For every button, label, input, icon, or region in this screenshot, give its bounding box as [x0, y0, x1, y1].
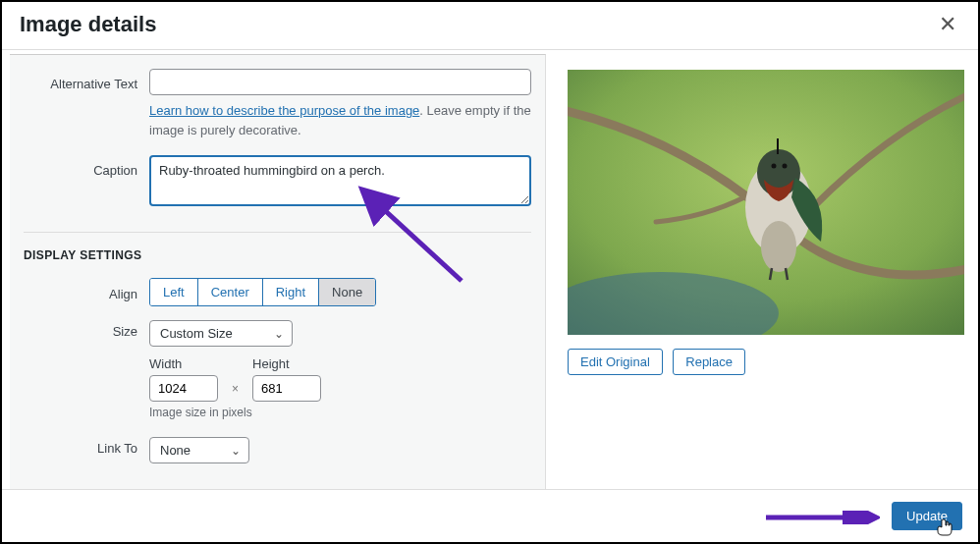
align-row: Align LeftCenterRightNone: [24, 278, 531, 306]
wh-separator: ×: [232, 382, 239, 402]
size-select-value: Custom Size: [160, 326, 233, 341]
caption-row: Caption: [24, 155, 531, 210]
align-option-center[interactable]: Center: [198, 279, 263, 305]
modal-body: Alternative Text Learn how to describe t…: [2, 50, 978, 489]
modal-footer: Update: [2, 489, 978, 542]
update-button[interactable]: Update: [892, 502, 962, 530]
edit-original-button[interactable]: Edit Original: [568, 349, 663, 375]
alt-text-row: Alternative Text Learn how to describe t…: [24, 69, 531, 139]
linkto-row: Link To None ⌄: [24, 437, 531, 463]
alt-text-label: Alternative Text: [24, 69, 149, 139]
hummingbird-image: [568, 70, 964, 335]
svg-point-5: [772, 164, 777, 169]
linkto-label: Link To: [24, 437, 149, 463]
align-option-none[interactable]: None: [319, 279, 375, 305]
image-preview: [568, 70, 964, 335]
settings-column: Alternative Text Learn how to describe t…: [10, 54, 546, 489]
caption-input[interactable]: [149, 155, 531, 206]
align-option-right[interactable]: Right: [263, 279, 319, 305]
modal-title: Image details: [20, 12, 156, 37]
size-label: Size: [24, 320, 149, 347]
caption-label: Caption: [24, 155, 149, 210]
size-select[interactable]: Custom Size ⌄: [149, 320, 293, 347]
replace-button[interactable]: Replace: [673, 349, 745, 375]
preview-column: Edit Original Replace: [546, 50, 978, 489]
image-details-modal: Image details ✕ Alternative Text Learn h…: [0, 0, 980, 544]
width-input[interactable]: [149, 375, 218, 402]
alt-text-help: Learn how to describe the purpose of the…: [149, 101, 531, 139]
svg-point-4: [761, 221, 796, 272]
width-height-row: Width × Height: [149, 356, 531, 402]
alt-help-link[interactable]: Learn how to describe the purpose of the…: [149, 103, 419, 118]
width-label: Width: [149, 356, 218, 371]
dimensions-help: Image size in pixels: [149, 406, 531, 419]
size-row: Size Custom Size ⌄: [24, 320, 531, 347]
height-input[interactable]: [252, 375, 321, 402]
linkto-select-value: None: [160, 443, 191, 458]
linkto-select[interactable]: None ⌄: [149, 437, 249, 463]
section-divider: [24, 232, 531, 233]
dimensions-row: Width × Height Image size in pixels: [24, 356, 531, 419]
close-button[interactable]: ✕: [935, 12, 960, 37]
alt-text-input[interactable]: [149, 69, 531, 95]
align-label: Align: [24, 283, 149, 301]
preview-actions: Edit Original Replace: [568, 349, 964, 375]
align-button-group: LeftCenterRightNone: [149, 278, 376, 306]
close-icon: ✕: [939, 12, 956, 36]
display-settings-title: DISPLAY SETTINGS: [24, 248, 531, 262]
modal-header: Image details ✕: [2, 2, 978, 50]
chevron-down-icon: ⌄: [274, 327, 284, 341]
height-label: Height: [252, 356, 321, 371]
svg-point-6: [783, 164, 788, 169]
chevron-down-icon: ⌄: [231, 444, 241, 458]
align-option-left[interactable]: Left: [150, 279, 198, 305]
